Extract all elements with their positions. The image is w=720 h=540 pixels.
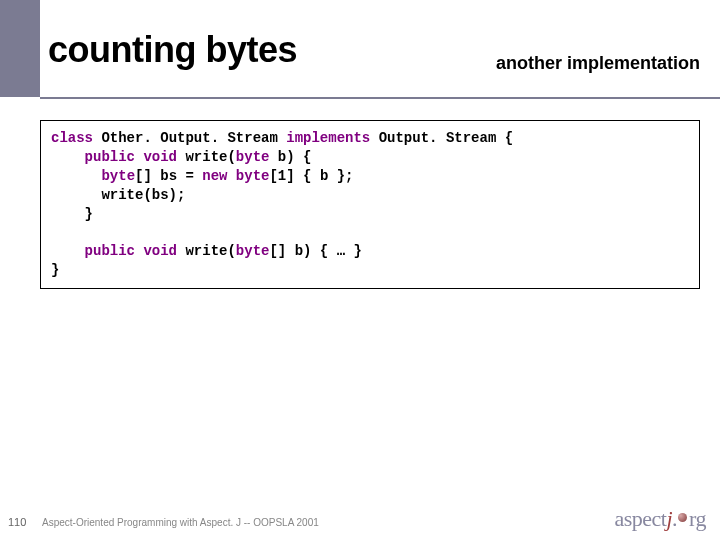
title-area: counting bytes another implementation bbox=[48, 6, 700, 94]
code-text: } bbox=[51, 206, 93, 222]
logo-text: rg bbox=[689, 506, 706, 531]
slide-title: counting bytes bbox=[48, 29, 297, 71]
code-text: [] b) { … } bbox=[269, 243, 361, 259]
header-divider bbox=[40, 97, 720, 99]
keyword: implements bbox=[286, 130, 370, 146]
keyword: byte bbox=[101, 168, 135, 184]
logo-ball-icon bbox=[678, 513, 687, 522]
keyword: class bbox=[51, 130, 93, 146]
keyword: public void bbox=[51, 243, 177, 259]
header-accent-bar bbox=[0, 0, 40, 97]
keyword: new byte bbox=[202, 168, 269, 184]
logo-dot: . bbox=[672, 506, 677, 531]
code-text: Other. Output. Stream bbox=[93, 130, 286, 146]
aspectj-logo: aspectj.rg bbox=[614, 506, 706, 532]
code-text: b) { bbox=[269, 149, 311, 165]
code-text: write( bbox=[177, 149, 236, 165]
logo-text: aspect bbox=[614, 506, 666, 531]
code-text bbox=[51, 168, 101, 184]
slide-subtitle: another implementation bbox=[496, 27, 700, 74]
keyword: byte bbox=[236, 243, 270, 259]
code-text: write( bbox=[177, 243, 236, 259]
keyword: public void bbox=[51, 149, 177, 165]
footer-caption: Aspect-Oriented Programming with Aspect.… bbox=[42, 517, 319, 528]
code-block: class Other. Output. Stream implements O… bbox=[40, 120, 700, 289]
code-text: write(bs); bbox=[51, 187, 185, 203]
code-text: [1] { b }; bbox=[269, 168, 353, 184]
code-text: Output. Stream { bbox=[370, 130, 513, 146]
code-text: } bbox=[51, 262, 59, 278]
code-text: [] bs = bbox=[135, 168, 202, 184]
keyword: byte bbox=[236, 149, 270, 165]
page-number: 110 bbox=[8, 516, 26, 528]
